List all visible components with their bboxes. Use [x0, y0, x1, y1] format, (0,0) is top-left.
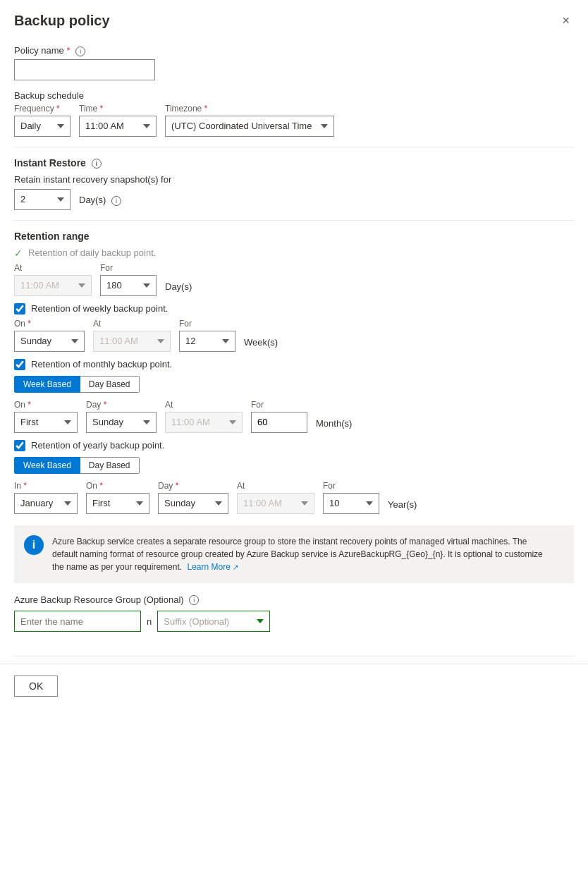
policy-name-input[interactable]	[14, 59, 155, 80]
weekly-at-select: 11:00 AM	[93, 331, 171, 352]
monthly-checkbox[interactable]	[14, 359, 25, 370]
n-label: n	[147, 616, 152, 627]
daily-at-field: At 11:00 AM	[14, 263, 92, 296]
monthly-for-field: For	[251, 400, 307, 433]
weekly-check-row: Retention of weekly backup point.	[14, 303, 574, 314]
footer: OK	[0, 664, 588, 708]
daily-check-label: Retention of daily backup point.	[28, 248, 156, 258]
retention-range-title: Retention range	[14, 231, 574, 242]
yearly-day-based-tab[interactable]: Day Based	[80, 457, 140, 474]
daily-unit: Day(s)	[165, 281, 192, 296]
yearly-at-field: At 11:00 AM	[237, 481, 314, 514]
weekly-for-field: For 12	[179, 319, 235, 352]
snapshot-days-info-icon[interactable]: i	[111, 196, 121, 206]
monthly-at-select: 11:00 AM	[165, 412, 243, 433]
yearly-for-select[interactable]: 10	[323, 493, 379, 514]
monthly-tab-group: Week Based Day Based	[14, 376, 574, 393]
yearly-week-based-tab[interactable]: Week Based	[14, 457, 80, 474]
weekly-unit: Week(s)	[244, 337, 278, 352]
time-select[interactable]: 11:00 AM	[79, 116, 157, 137]
snapshot-days-unit: Day(s) i	[79, 195, 121, 210]
ok-button[interactable]: OK	[14, 676, 58, 697]
monthly-day-field: Day * SundayMondayTuesdayWednesdayThursd…	[86, 400, 157, 433]
snapshot-days-select[interactable]: 21345	[14, 189, 71, 210]
monthly-day-select[interactable]: SundayMondayTuesdayWednesdayThursdayFrid…	[86, 412, 157, 433]
monthly-check-row: Retention of monthly backup point.	[14, 359, 574, 370]
yearly-check-row: Retention of yearly backup point.	[14, 440, 574, 451]
yearly-in-select[interactable]: JanuaryFebruaryMarchAprilMayJuneJulyAugu…	[14, 493, 78, 514]
instant-restore-title: Instant Restore i	[14, 157, 574, 169]
frequency-field: Frequency * Daily Weekly	[14, 104, 71, 137]
resource-group-suffix-select[interactable]: Suffix (Optional)	[157, 611, 270, 632]
weekly-checkbox[interactable]	[14, 303, 25, 314]
timezone-field: Timezone * (UTC) Coordinated Universal T…	[165, 104, 334, 137]
weekly-for-select[interactable]: 12	[179, 331, 235, 352]
resource-group-name-input[interactable]	[14, 611, 141, 632]
frequency-select[interactable]: Daily Weekly	[14, 116, 71, 137]
policy-name-info-icon[interactable]: i	[75, 47, 85, 56]
daily-check-row: ✓ Retention of daily backup point.	[14, 248, 574, 259]
external-link-icon: ↗	[233, 563, 238, 571]
monthly-on-field: On * FirstSecondThirdFourthLast	[14, 400, 78, 433]
yearly-for-field: For 10	[323, 481, 379, 514]
monthly-check-label[interactable]: Retention of monthly backup point.	[31, 359, 172, 369]
daily-for-select[interactable]: 180	[100, 275, 157, 296]
weekly-on-select[interactable]: SundayMondayTuesdayWednesdayThursdayFrid…	[14, 331, 85, 352]
info-box: i Azure Backup service creates a separat…	[14, 525, 574, 583]
instant-restore-info-icon[interactable]: i	[92, 159, 102, 169]
time-field: Time * 11:00 AM	[79, 104, 157, 137]
monthly-at-field: At 11:00 AM	[165, 400, 243, 433]
monthly-unit: Month(s)	[316, 418, 352, 433]
daily-at-select: 11:00 AM	[14, 275, 92, 296]
timezone-select[interactable]: (UTC) Coordinated Universal Time	[165, 116, 334, 137]
monthly-day-based-tab[interactable]: Day Based	[80, 376, 140, 393]
yearly-tab-group: Week Based Day Based	[14, 457, 574, 474]
retain-snapshot-label: Retain instant recovery snapshot(s) for	[14, 174, 574, 185]
daily-check-icon: ✓	[14, 248, 23, 259]
yearly-check-label[interactable]: Retention of yearly backup point.	[31, 440, 164, 451]
yearly-day-select[interactable]: SundayMondayTuesday	[158, 493, 228, 514]
info-box-icon: i	[24, 535, 44, 555]
monthly-week-based-tab[interactable]: Week Based	[14, 376, 80, 393]
yearly-in-field: In * JanuaryFebruaryMarchAprilMayJuneJul…	[14, 481, 78, 514]
close-button[interactable]: ×	[558, 11, 574, 30]
monthly-for-input[interactable]	[251, 412, 307, 433]
learn-more-link[interactable]: Learn More	[187, 562, 230, 572]
yearly-at-select: 11:00 AM	[237, 493, 314, 514]
monthly-on-select[interactable]: FirstSecondThirdFourthLast	[14, 412, 78, 433]
weekly-on-field: On * SundayMondayTuesdayWednesdayThursda…	[14, 319, 85, 352]
backup-schedule-label: Backup schedule	[14, 90, 574, 101]
yearly-unit: Year(s)	[388, 499, 417, 514]
resource-group-row: n Suffix (Optional)	[14, 611, 574, 632]
yearly-checkbox[interactable]	[14, 440, 25, 451]
weekly-at-field: At 11:00 AM	[93, 319, 171, 352]
weekly-check-label[interactable]: Retention of weekly backup point.	[31, 303, 168, 314]
resource-group-label: Azure Backup Resource Group (Optional) i	[14, 594, 574, 606]
yearly-day-field: Day * SundayMondayTuesday	[158, 481, 228, 514]
daily-for-field: For 180	[100, 263, 157, 296]
policy-name-label: Policy name * i	[14, 45, 574, 56]
yearly-on-field: On * FirstSecondThirdFourthLast	[86, 481, 149, 514]
resource-group-info-icon[interactable]: i	[189, 595, 199, 605]
info-box-text: Azure Backup service creates a separate …	[52, 537, 543, 572]
yearly-on-select[interactable]: FirstSecondThirdFourthLast	[86, 493, 149, 514]
policy-name-required: *	[66, 45, 70, 56]
panel-title: Backup policy	[14, 13, 110, 29]
